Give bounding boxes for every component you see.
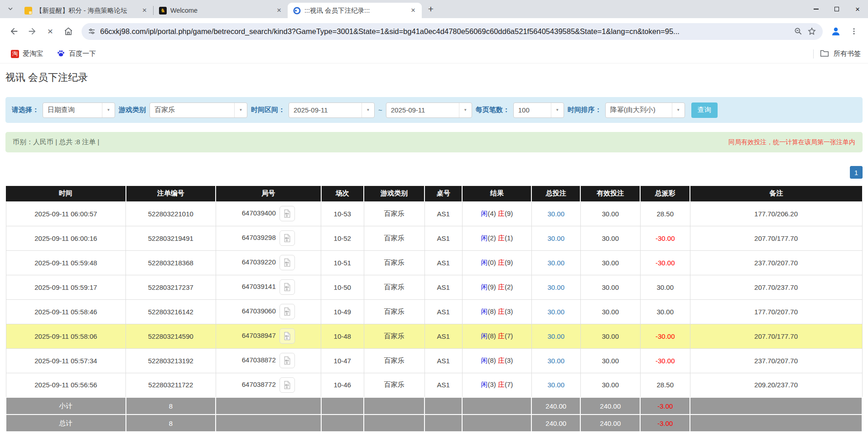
- tab-close-icon[interactable]: ×: [275, 6, 283, 15]
- maximize-button[interactable]: [826, 0, 847, 18]
- video-replay-button[interactable]: [280, 353, 295, 368]
- table-header-row: 时间注单编号局号场次游戏类别桌号结果总投注有效投注总派彩备注: [6, 186, 862, 201]
- cell-payout: -30.00: [640, 226, 690, 250]
- tab-title: 【新提醒】积分 - 海燕策略论坛: [36, 6, 137, 15]
- total-bet-link[interactable]: 30.00: [548, 308, 565, 316]
- total-bet-link[interactable]: 30.00: [548, 283, 565, 291]
- query-type-select[interactable]: 日期查询 ▼: [43, 102, 115, 118]
- cell-session: 10-53: [321, 201, 364, 226]
- summary-cell: [321, 397, 364, 415]
- video-replay-button[interactable]: [280, 230, 295, 246]
- pagination-page-1[interactable]: 1: [850, 166, 863, 179]
- url-text[interactable]: 66cxkj98.com/ipl/portal.php/game/betreco…: [100, 27, 789, 36]
- video-replay-button[interactable]: [280, 377, 295, 393]
- address-bar[interactable]: 66cxkj98.com/ipl/portal.php/game/betreco…: [82, 23, 823, 40]
- summary-info-bar: 币别：人民币 | 总共 :8 注单 | 同局有效投注，统一计算在该局第一张注单内: [5, 132, 863, 152]
- bookmark-taobao[interactable]: 淘 爱淘宝: [7, 47, 47, 60]
- page-title: 视讯 会员下注纪录: [5, 71, 863, 84]
- new-tab-button[interactable]: +: [424, 3, 437, 15]
- cell-time: 2025-09-11 05:59:17: [6, 275, 126, 299]
- tab-close-icon[interactable]: ×: [140, 6, 149, 15]
- minimize-button[interactable]: [805, 0, 826, 18]
- time-sort-select[interactable]: 降幂(由大到小) ▼: [605, 102, 685, 118]
- summary-label: 总计: [6, 415, 126, 432]
- bookmark-baidu[interactable]: 百度一下: [53, 47, 100, 61]
- total-bet-link[interactable]: 30.00: [548, 259, 565, 267]
- tab-welcome[interactable]: ♞ Welcome ×: [154, 3, 288, 18]
- total-bet-link[interactable]: 30.00: [548, 234, 565, 242]
- search-button[interactable]: 查询: [691, 102, 718, 118]
- back-button[interactable]: [6, 24, 22, 39]
- total-bet-link[interactable]: 30.00: [548, 381, 565, 389]
- summary-cell: 240.00: [531, 415, 580, 432]
- cell-total-bet[interactable]: 30.00: [531, 348, 580, 373]
- column-header: 总投注: [531, 186, 580, 201]
- cell-session: 10-52: [321, 226, 364, 250]
- cell-total-bet[interactable]: 30.00: [531, 299, 580, 324]
- summary-cell: 240.00: [580, 397, 640, 415]
- all-bookmarks[interactable]: 所有书签: [813, 49, 861, 59]
- video-replay-button[interactable]: [280, 304, 295, 319]
- minimize-icon: [814, 9, 819, 9]
- cell-note: 207.70/177.70: [690, 226, 862, 250]
- cell-total-bet[interactable]: 30.00: [531, 275, 580, 299]
- cell-total-bet[interactable]: 30.00: [531, 324, 580, 348]
- profile-avatar[interactable]: [828, 24, 844, 39]
- home-button[interactable]: [61, 24, 76, 39]
- date-to-select[interactable]: 2025-09-11 ▼: [386, 102, 472, 118]
- cell-note: 237.70/207.70: [690, 348, 862, 373]
- video-replay-button[interactable]: [280, 328, 295, 344]
- summary-cell: 8: [126, 415, 216, 432]
- video-replay-button[interactable]: [280, 279, 295, 295]
- player-count: (2): [487, 234, 496, 242]
- game-number: 647039220: [242, 258, 276, 266]
- video-replay-button[interactable]: [280, 255, 295, 270]
- cell-game-no: 647038772: [216, 373, 321, 397]
- cell-bet-id: 522803214590: [126, 324, 216, 348]
- banker-result: 庄: [498, 332, 505, 340]
- tab-search-button[interactable]: [4, 2, 17, 16]
- banker-count: (1): [505, 234, 513, 242]
- column-header: 总派彩: [640, 186, 690, 201]
- player-count: (8): [487, 356, 496, 364]
- site-info-icon[interactable]: [88, 28, 96, 35]
- cell-total-bet[interactable]: 30.00: [531, 201, 580, 226]
- game-type-select[interactable]: 百家乐 ▼: [149, 102, 247, 118]
- forward-button[interactable]: [24, 24, 40, 39]
- summary-cell: [462, 415, 531, 432]
- cell-total-bet[interactable]: 30.00: [531, 226, 580, 250]
- stop-loading-button[interactable]: ×: [43, 24, 58, 39]
- video-replay-button[interactable]: [280, 206, 295, 221]
- tab-forum[interactable]: 【新提醒】积分 - 海燕策略论坛 ×: [19, 3, 153, 18]
- total-bet-link[interactable]: 30.00: [548, 332, 565, 340]
- cell-total-bet[interactable]: 30.00: [531, 373, 580, 397]
- game-number: 647039298: [242, 234, 276, 241]
- summary-cell: [216, 415, 321, 432]
- tab-betrecord[interactable]: :::视讯 会员下注纪录::: ×: [288, 3, 422, 18]
- cell-session: 10-50: [321, 275, 364, 299]
- date-from-select[interactable]: 2025-09-11 ▼: [289, 102, 375, 118]
- total-bet-link[interactable]: 30.00: [548, 357, 565, 365]
- tab-close-icon[interactable]: ×: [409, 6, 417, 15]
- cell-total-bet[interactable]: 30.00: [531, 250, 580, 275]
- game-number: 647038872: [242, 356, 276, 364]
- close-button[interactable]: ×: [847, 0, 868, 18]
- cell-payout: 30.00: [640, 299, 690, 324]
- game-number: 647039141: [242, 283, 276, 290]
- cell-time: 2025-09-11 05:58:46: [6, 299, 126, 324]
- page-size-select[interactable]: 100 ▼: [513, 102, 564, 118]
- player-count: (8): [487, 307, 496, 315]
- summary-cell: [364, 415, 424, 432]
- cell-result: 闲(8) 庄(7): [462, 324, 531, 348]
- summary-cell: [424, 397, 462, 415]
- browser-menu-button[interactable]: [846, 24, 862, 39]
- player-count: (8): [487, 332, 496, 340]
- total-bet-link[interactable]: 30.00: [548, 210, 565, 218]
- column-header: 有效投注: [580, 186, 640, 201]
- bookmark-star-icon[interactable]: [807, 27, 816, 36]
- zoom-icon[interactable]: [794, 27, 803, 36]
- cell-payout: -30.00: [640, 250, 690, 275]
- summary-cell: [364, 397, 424, 415]
- bookmark-label: 百度一下: [69, 49, 96, 58]
- bet-records-table: 时间注单编号局号场次游戏类别桌号结果总投注有效投注总派彩备注 2025-09-1…: [5, 186, 863, 432]
